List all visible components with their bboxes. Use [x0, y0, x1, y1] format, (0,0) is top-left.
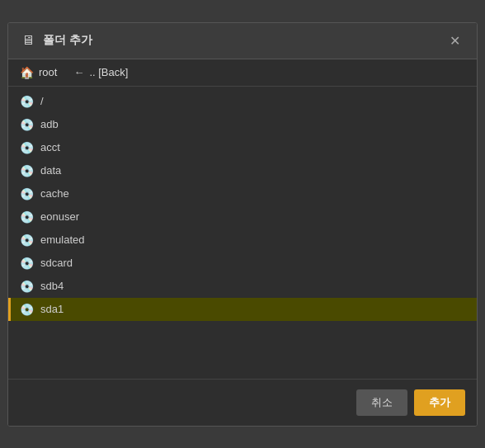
- nav-back[interactable]: ← .. [Back]: [73, 66, 128, 78]
- dialog-body: 🏠 root ← .. [Back] 💿/💿adb💿acct💿data💿cach…: [8, 59, 477, 379]
- cancel-button[interactable]: 취소: [356, 389, 407, 416]
- drive-icon: 💿: [20, 95, 34, 108]
- file-item-adb[interactable]: 💿adb: [8, 113, 477, 136]
- file-item-label: eonuser: [40, 210, 79, 223]
- nav-root-label: root: [39, 66, 57, 78]
- dialog-header: 🖥 폴더 추가 ✕: [8, 23, 477, 59]
- nav-back-label: .. [Back]: [89, 66, 128, 78]
- close-button[interactable]: ✕: [445, 31, 465, 50]
- file-item-emulated[interactable]: 💿emulated: [8, 229, 477, 252]
- file-item-sdcard[interactable]: 💿sdcard: [8, 252, 477, 275]
- file-item-label: sdcard: [40, 257, 73, 269]
- file-list: 💿/💿adb💿acct💿data💿cache💿eonuser💿emulated💿…: [8, 87, 477, 379]
- drive-icon: 💿: [20, 303, 34, 316]
- drive-icon: 💿: [20, 280, 34, 293]
- nav-root[interactable]: 🏠 root: [20, 66, 57, 79]
- file-item-label: sdb4: [40, 280, 64, 292]
- file-item-label: adb: [40, 118, 59, 130]
- dialog-title: 폴더 추가: [43, 33, 92, 48]
- folder-icon: 🖥: [20, 32, 36, 49]
- back-arrow-icon: ←: [73, 66, 84, 78]
- drive-icon: 💿: [20, 164, 34, 177]
- home-icon: 🏠: [20, 66, 34, 79]
- drive-icon: 💿: [20, 257, 34, 270]
- file-item-label: sda1: [40, 303, 64, 315]
- file-item-sdb4[interactable]: 💿sdb4: [8, 275, 477, 298]
- file-item-eonuser[interactable]: 💿eonuser: [8, 205, 477, 229]
- file-item-label: emulated: [40, 233, 84, 246]
- drive-icon: 💿: [20, 233, 34, 247]
- file-item-acct[interactable]: 💿acct: [8, 136, 477, 159]
- title-area: 🖥 폴더 추가: [20, 32, 92, 49]
- file-item-data[interactable]: 💿data: [8, 159, 477, 182]
- file-item-label: /: [40, 95, 44, 107]
- add-button[interactable]: 추가: [414, 389, 465, 416]
- file-item-label: data: [40, 164, 61, 177]
- dialog-footer: 취소 추가: [8, 379, 477, 426]
- drive-icon: 💿: [20, 187, 34, 200]
- file-item-label: cache: [40, 187, 69, 200]
- file-item-cache[interactable]: 💿cache: [8, 182, 477, 205]
- drive-icon: 💿: [20, 141, 34, 154]
- add-folder-dialog: 🖥 폴더 추가 ✕ 🏠 root ← .. [Back] 💿/💿adb💿acct…: [7, 22, 478, 427]
- file-item-sda1[interactable]: 💿sda1: [8, 298, 477, 321]
- drive-icon: 💿: [20, 210, 34, 224]
- drive-icon: 💿: [20, 118, 34, 131]
- file-item-slash[interactable]: 💿/: [8, 90, 477, 113]
- nav-bar: 🏠 root ← .. [Back]: [8, 59, 477, 87]
- file-item-label: acct: [40, 141, 60, 153]
